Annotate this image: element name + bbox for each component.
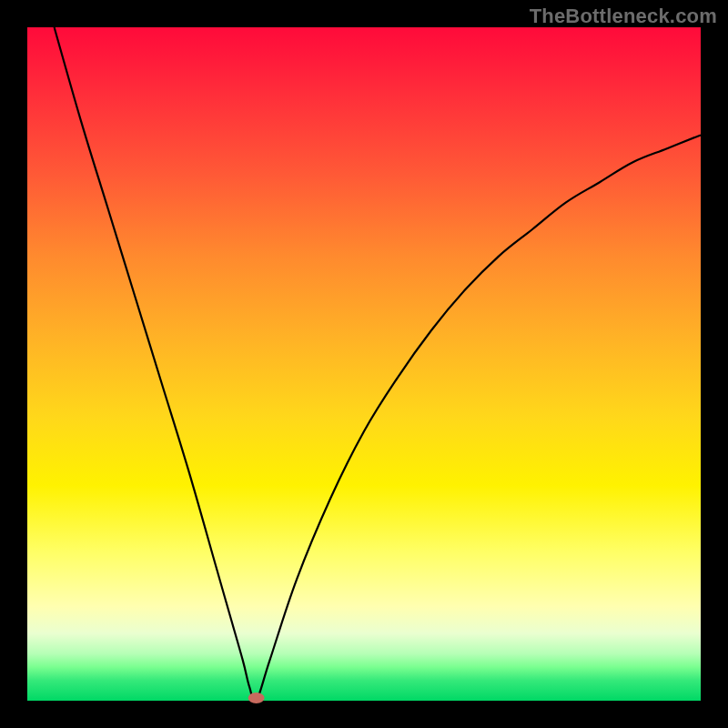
watermark-text: TheBottleneck.com bbox=[530, 5, 717, 28]
plot-area bbox=[27, 27, 701, 701]
bottleneck-curve bbox=[55, 27, 701, 702]
chart-frame: TheBottleneck.com bbox=[0, 0, 728, 728]
optimal-point-marker bbox=[248, 693, 265, 703]
curve-svg bbox=[27, 27, 701, 701]
